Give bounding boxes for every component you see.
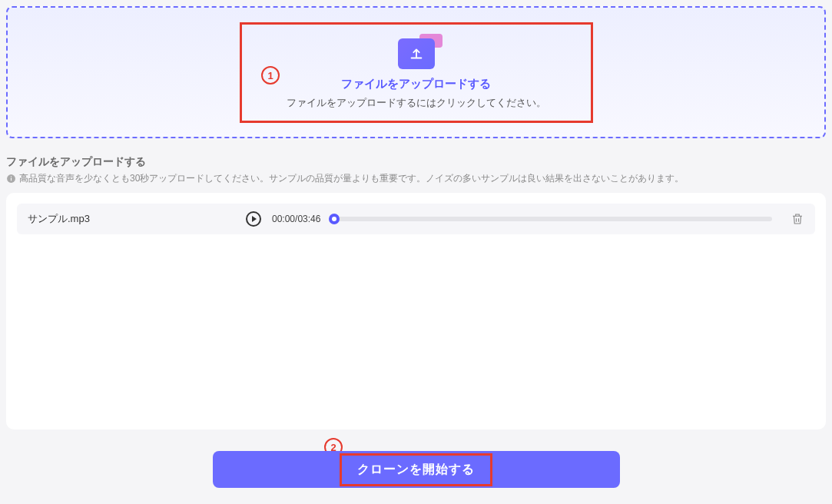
playback-slider[interactable]	[334, 217, 772, 221]
annotation-step-1: 1	[261, 66, 280, 85]
dropzone-title: ファイルをアップロードする	[287, 77, 546, 91]
file-list-panel: サンプル.mp3 00:00/03:46	[6, 193, 826, 429]
info-icon	[6, 174, 16, 184]
section-hint-text: 高品質な音声を少なくとも30秒アップロードしてください。サンプルの品質が量よりも…	[19, 172, 684, 185]
svg-rect-1	[11, 177, 12, 181]
delete-icon[interactable]	[791, 212, 804, 226]
upload-icon	[398, 38, 435, 69]
dropzone-highlight: ファイルをアップロードする ファイルをアップロードするにはクリックしてください。	[240, 22, 593, 123]
slider-thumb[interactable]	[329, 214, 340, 224]
upload-dropzone[interactable]: ファイルをアップロードする ファイルをアップロードするにはクリックしてください。	[6, 6, 826, 138]
section-hint: 高品質な音声を少なくとも30秒アップロードしてください。サンプルの品質が量よりも…	[6, 172, 826, 185]
start-button-highlight: クローンを開始する	[340, 453, 492, 486]
svg-rect-2	[11, 176, 12, 177]
section-label: ファイルをアップロードする	[6, 155, 826, 169]
start-button-label: クローンを開始する	[357, 463, 475, 476]
file-row: サンプル.mp3 00:00/03:46	[17, 204, 815, 234]
dropzone-subtitle: ファイルをアップロードするにはクリックしてください。	[287, 96, 546, 110]
file-name: サンプル.mp3	[28, 212, 235, 226]
playback-time: 00:00/03:46	[272, 214, 320, 224]
play-button[interactable]	[246, 211, 261, 227]
start-clone-button[interactable]: クローンを開始する	[213, 451, 620, 488]
play-icon	[252, 216, 257, 222]
